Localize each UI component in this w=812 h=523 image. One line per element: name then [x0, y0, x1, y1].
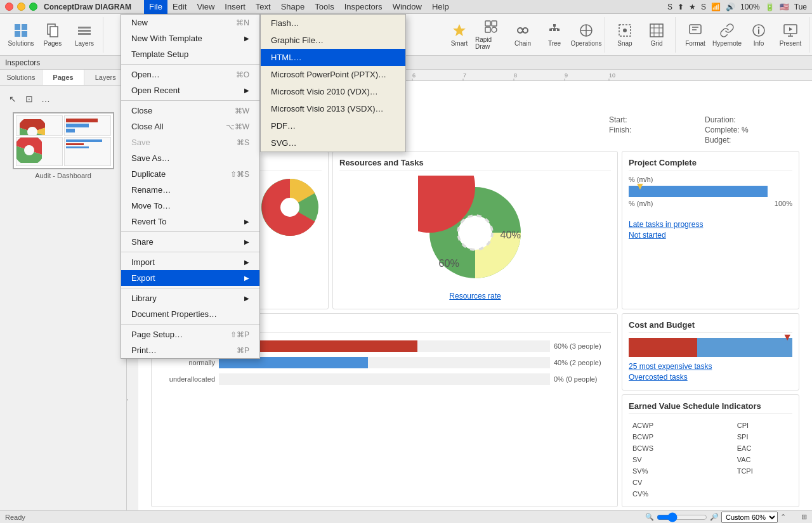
toolbar-present[interactable]: Present: [775, 18, 806, 51]
export-html[interactable]: HTML…: [261, 49, 405, 66]
toolbar-smart[interactable]: Smart: [443, 18, 475, 51]
ev-empty1: [735, 477, 791, 487]
print-label: Print…: [131, 345, 157, 355]
format-label: Format: [685, 40, 705, 47]
toolbar-tree[interactable]: Tree: [539, 18, 570, 51]
ev-cv: CV: [630, 477, 700, 487]
fm-sep-4: [121, 252, 259, 252]
menu-import[interactable]: Import ▶: [121, 254, 259, 270]
menu-inspectors[interactable]: Inspectors: [339, 0, 388, 14]
menu-save-as[interactable]: Save As…: [121, 150, 259, 166]
menu-library[interactable]: Library ▶: [121, 290, 259, 306]
toolbar-group-draw: Smart Rapid Draw Chain Tree Operations: [441, 17, 605, 53]
toolbar-operations[interactable]: Operations: [570, 18, 602, 51]
menu-rename[interactable]: Rename…: [121, 182, 259, 198]
menu-open-recent[interactable]: Open Recent ▶: [121, 82, 259, 98]
snap-label: Snap: [617, 40, 632, 47]
svg-text:7: 7: [127, 398, 129, 401]
svg-rect-5: [50, 27, 58, 37]
pc-xmax: 100%: [775, 200, 792, 207]
toolbar-grid[interactable]: Grid: [641, 18, 672, 51]
export-vsdx[interactable]: Microsoft Visio 2013 (VSDX)…: [261, 100, 405, 117]
library-label: Library: [131, 294, 157, 303]
ev-row: CV%: [630, 489, 791, 499]
menu-page-setup[interactable]: Page Setup… ⇧⌘P: [121, 326, 259, 342]
menu-open[interactable]: Open… ⌘O: [121, 67, 259, 82]
zoom-out-icon[interactable]: 🔍: [645, 513, 654, 521]
menu-print[interactable]: Print… ⌘P: [121, 342, 259, 358]
toolbar-pages[interactable]: Pages: [37, 18, 69, 51]
overcosted-link[interactable]: Overcosted tasks: [629, 373, 792, 382]
export-vdx[interactable]: Microsoft Visio 2010 (VDX)…: [261, 83, 405, 100]
rapiddraw-label: Rapid Draw: [475, 36, 507, 50]
close-button[interactable]: [5, 3, 13, 11]
toolbar-chain[interactable]: Chain: [507, 18, 539, 51]
toolbar-hypernote[interactable]: Hypernote: [711, 18, 743, 51]
zoom-in-icon[interactable]: 🔎: [710, 513, 719, 521]
late-tasks-inprogress-link[interactable]: Late tasks in progress: [629, 220, 792, 229]
ev-tcpi: TCPI: [735, 466, 791, 476]
toolbar-format[interactable]: Format: [679, 18, 711, 51]
maximize-button[interactable]: [29, 3, 37, 11]
smart-label: Smart: [451, 40, 468, 47]
menu-template-setup[interactable]: Template Setup: [121, 46, 259, 62]
select-tool[interactable]: ↖: [5, 91, 20, 107]
menu-move-to[interactable]: Move To…: [121, 198, 259, 214]
close-shortcut: ⌘W: [235, 107, 249, 115]
menu-file[interactable]: File: [144, 0, 167, 14]
zoom-slider[interactable]: [657, 512, 707, 522]
menu-help[interactable]: Help: [427, 0, 454, 14]
menu-share[interactable]: Share ▶: [121, 234, 259, 250]
menu-duplicate[interactable]: Duplicate ⇧⌘S: [121, 166, 259, 182]
menu-new[interactable]: New ⌘N: [121, 15, 259, 30]
menu-tools[interactable]: Tools: [310, 0, 339, 14]
menu-text[interactable]: Text: [251, 0, 276, 14]
present-icon: [783, 23, 798, 38]
format-icon: [688, 23, 703, 38]
toolbar-info[interactable]: Info: [743, 18, 775, 51]
menu-window[interactable]: Window: [388, 0, 427, 14]
sidebar-tab-solutions[interactable]: Solutions: [0, 70, 43, 85]
ev-row: SV%TCPI: [630, 466, 791, 476]
svg-rect-34: [690, 25, 701, 34]
sidebar-tab-pages[interactable]: Pages: [43, 70, 85, 85]
export-svg[interactable]: SVG…: [261, 134, 405, 152]
menu-close-all[interactable]: Close All ⌥⌘W: [121, 119, 259, 134]
export-pdf[interactable]: PDF…: [261, 117, 405, 134]
open-label: Open…: [131, 70, 160, 79]
toolbar-rapiddraw[interactable]: Rapid Draw: [475, 18, 507, 51]
menu-insert[interactable]: Insert: [219, 0, 251, 14]
menu-revert-to[interactable]: Revert To ▶: [121, 214, 259, 229]
ev-row: CV: [630, 477, 791, 487]
not-started-link[interactable]: Not started: [629, 231, 792, 240]
menu-new-with-template[interactable]: New With Template ▶: [121, 30, 259, 46]
toolbar-snap[interactable]: Snap: [609, 18, 641, 51]
rapiddraw-icon: [483, 19, 499, 34]
zoom-select[interactable]: Custom 60% 50% 75% 100%: [721, 512, 778, 523]
page-thumbnail[interactable]: [13, 112, 114, 169]
export-flash[interactable]: Flash…: [261, 15, 405, 32]
sidebar: Solutions Pages Layers ↖ ⊡ …: [0, 70, 127, 510]
toolbar-layers[interactable]: Layers: [69, 18, 100, 51]
zoom-adjust-icon[interactable]: ⌃: [780, 513, 786, 521]
menu-export[interactable]: Export ▶: [121, 270, 259, 286]
operations-label: Operations: [571, 40, 602, 47]
more-tool[interactable]: …: [38, 91, 53, 107]
menu-edit[interactable]: Edit: [167, 0, 192, 14]
toolbar-solutions[interactable]: Solutions: [5, 18, 37, 51]
fm-sep-2: [121, 100, 259, 101]
select-area-tool[interactable]: ⊡: [22, 91, 37, 107]
minimize-button[interactable]: [17, 3, 25, 11]
resources-rate-link[interactable]: Resources rate: [449, 292, 501, 300]
ev-spacer: [702, 466, 733, 476]
export-graphic[interactable]: Graphic File…: [261, 32, 405, 49]
expensive-tasks-link[interactable]: 25 most expensive tasks: [629, 362, 792, 371]
zoom-control[interactable]: 🔍 🔎 Custom 60% 50% 75% 100% ⌃: [645, 512, 786, 523]
menu-view[interactable]: View: [192, 0, 219, 14]
templatesetup-label: Template Setup: [131, 49, 188, 59]
export-pptx[interactable]: Microsoft PowerPoint (PPTX)…: [261, 66, 405, 83]
sidebar-tabs: Solutions Pages Layers: [0, 70, 126, 86]
menu-shape[interactable]: Shape: [276, 0, 310, 14]
menu-close[interactable]: Close ⌘W: [121, 103, 259, 119]
menu-doc-properties[interactable]: Document Properties…: [121, 306, 259, 322]
